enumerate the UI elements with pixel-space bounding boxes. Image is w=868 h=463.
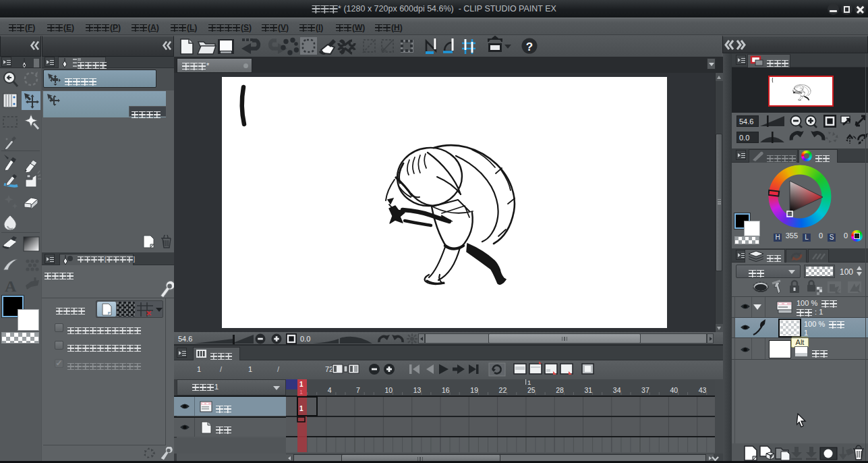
- svg-text:22: 22: [499, 386, 507, 394]
- svg-text:37: 37: [641, 386, 649, 394]
- svg-text:40: 40: [670, 386, 678, 394]
- svg-text:4: 4: [328, 386, 332, 394]
- svg-text:10: 10: [384, 386, 393, 394]
- svg-text:7: 7: [356, 386, 360, 394]
- svg-text:1: 1: [299, 381, 303, 388]
- svg-text:31: 31: [585, 386, 593, 394]
- svg-text:34: 34: [613, 386, 621, 394]
- svg-text:43: 43: [699, 386, 707, 394]
- svg-text:A: A: [5, 277, 17, 295]
- svg-text:1: 1: [299, 389, 303, 396]
- svg-text:25: 25: [527, 386, 536, 394]
- svg-text:28: 28: [556, 386, 564, 394]
- svg-text:19: 19: [470, 386, 478, 394]
- svg-text:1: 1: [299, 405, 303, 412]
- svg-text:?: ?: [526, 40, 533, 53]
- svg-text:1: 1: [527, 379, 531, 386]
- svg-text:16: 16: [442, 386, 450, 394]
- svg-text:13: 13: [413, 386, 422, 394]
- svg-text:✕: ✕: [146, 309, 152, 317]
